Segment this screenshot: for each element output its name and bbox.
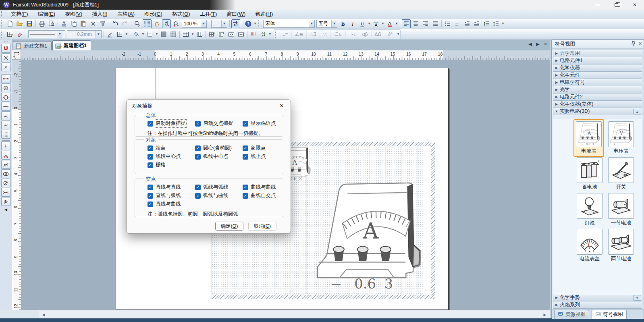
symbol-item-电压表[interactable]: V + − 电压表 [606, 120, 636, 156]
font-name-combo-dropdown-icon[interactable]: ▼ [309, 20, 314, 27]
grid-red-icon[interactable] [249, 30, 258, 39]
bold-icon[interactable]: B [339, 19, 347, 28]
ok-button[interactable]: 确定(O) [215, 222, 243, 231]
help-icon[interactable]: ? [244, 19, 253, 28]
line-width-combo[interactable]: 0.2mm▼ [67, 30, 102, 38]
arc-center-snap-icon[interactable] [1, 111, 11, 120]
circle-center-snap-icon[interactable] [1, 83, 11, 92]
underline-icon[interactable]: U [358, 19, 367, 28]
single-cell-3d-icon[interactable] [608, 193, 634, 219]
indent-increase-icon[interactable] [472, 19, 481, 28]
checkbox-checked-icon[interactable]: ✓ [195, 154, 201, 160]
arc-curve-intersection-icon[interactable] [1, 179, 11, 187]
double-cell-3d-icon[interactable] [608, 229, 634, 255]
symbol-category-电路元件2[interactable]: ▶电路元件2 [553, 93, 642, 101]
font-size-combo[interactable]: 五号▼ [316, 20, 337, 28]
align-top-icon[interactable] [145, 30, 154, 39]
line-spacing-icon[interactable] [492, 19, 501, 28]
document-tab-1[interactable]: 新建文档1 [13, 41, 52, 50]
checkbox-checked-icon[interactable]: ✓ [243, 193, 248, 199]
math-symbol-button[interactable]: ∈∪ [331, 31, 345, 37]
pan-hand-icon[interactable] [152, 19, 161, 28]
checkbox-线上点[interactable]: ✓线上点 [243, 153, 280, 160]
cancel-button[interactable]: 取消(C) [248, 222, 276, 231]
grid-snap-icon[interactable] [1, 130, 11, 139]
endpoint-snap-icon[interactable] [1, 74, 11, 83]
tab-scroll-right-icon[interactable]: ▶ [535, 42, 540, 47]
checkbox-启动对象捕捉[interactable]: ✓启动对象捕捉 [147, 120, 195, 127]
math-symbol-button[interactable]: ΔΩ [372, 31, 385, 37]
checkbox-直线与弧线[interactable]: ✓直线与弧线 [147, 192, 195, 199]
math-symbol-button[interactable]: ⇒↓ [346, 31, 359, 37]
magnifier-edit-icon[interactable] [133, 19, 142, 28]
curve-curve-intersection-icon[interactable] [1, 188, 11, 197]
checkbox-显示临近点[interactable]: ✓显示临近点 [243, 120, 280, 127]
symbol-category-电磁学符号[interactable]: ▶电磁学符号 [553, 79, 642, 86]
panel-tab-符号视图[interactable]: 符号视图 [592, 310, 627, 319]
zoom-level-combo-dropdown-icon[interactable]: ▼ [201, 20, 206, 27]
symbol-item-电流表盘[interactable]: 电流表盘 [574, 228, 605, 264]
font-name-combo[interactable]: 宋体▼ [263, 20, 315, 28]
ammeter-3d-icon[interactable]: A − 0.6 3 [576, 121, 602, 147]
close-panel-icon[interactable]: ✕ [638, 41, 642, 47]
menu-表格(A)[interactable]: 表格(A) [112, 10, 139, 18]
symbol-category-电路元件1[interactable]: ▶电路元件1 [553, 57, 642, 64]
checkbox-曲线与曲线[interactable]: ✓曲线与曲线 [243, 184, 280, 191]
scroll-right-icon[interactable]: ▶ [541, 311, 549, 318]
paste-icon[interactable] [79, 19, 88, 28]
close-button[interactable]: ✕ [625, 0, 644, 10]
math-symbol-button[interactable]: ∂° [385, 31, 397, 37]
checkbox-曲线自交点[interactable]: ✓曲线自交点 [243, 192, 280, 199]
math-symbol-button[interactable]: ±= [279, 31, 292, 37]
checkbox-圆心(含椭圆)[interactable]: ✓圆心(含椭圆) [195, 145, 243, 152]
symbol-category-光学[interactable]: ▶光学 [553, 86, 642, 93]
line-width-combo-dropdown-icon[interactable]: ▼ [96, 31, 101, 38]
menu-窗口(W)[interactable]: 窗口(W) [222, 10, 250, 18]
checkbox-直线与曲线[interactable]: ✓直线与曲线 [147, 201, 195, 208]
pattern-grid-icon[interactable] [169, 30, 178, 39]
checkbox-弧线与曲线[interactable]: ✓弧线与曲线 [195, 192, 243, 199]
sort-az-icon[interactable]: AZ [259, 30, 268, 39]
dashed-list-icon[interactable] [453, 19, 462, 28]
math-symbol-button[interactable]: ∵∶ [320, 31, 331, 37]
intersection-snap-icon[interactable] [1, 53, 11, 62]
style-combo[interactable]: ,▼ [211, 20, 227, 28]
align-right-icon[interactable] [421, 19, 430, 28]
zoom-level-combo[interactable]: 100 %▼ [182, 20, 207, 28]
delete-icon[interactable] [89, 19, 98, 28]
symbol-category-化学元件[interactable]: ▶化学元件 [553, 71, 642, 79]
restore-button[interactable] [607, 0, 625, 10]
symbol-category-力学常用[interactable]: ▶力学常用 [553, 50, 642, 57]
menu-图形(G)[interactable]: 图形(G) [139, 10, 167, 18]
checkbox-checked-icon[interactable]: ✓ [147, 185, 153, 190]
arc-arc-intersection-icon[interactable] [1, 169, 11, 178]
align-justify-icon[interactable] [431, 19, 440, 28]
line-style-combo-dropdown-icon[interactable]: ▼ [57, 31, 62, 38]
menu-文档(F)[interactable]: 文档(F) [6, 10, 33, 18]
borders-icon[interactable] [115, 30, 124, 39]
pattern-dense-icon[interactable] [159, 30, 168, 39]
insert-col-icon[interactable] [217, 30, 226, 39]
symbol-item-蓄电池[interactable]: +−蓄电池 [574, 156, 605, 192]
menu-插入(I)[interactable]: 插入(I) [87, 10, 112, 18]
align-left-icon[interactable] [402, 19, 411, 28]
cut-icon[interactable] [60, 19, 69, 28]
menu-视图(V)[interactable]: 视图(V) [60, 10, 87, 18]
checkbox-栅格[interactable]: ✓栅格 [147, 162, 195, 168]
ammeter-drawing[interactable]: A − 0.6 3 [314, 181, 423, 292]
line-arc-intersection-icon[interactable] [1, 151, 11, 160]
italic-icon[interactable]: I [348, 19, 357, 28]
checkbox-checked-icon[interactable]: ✓ [147, 121, 153, 127]
pin-icon[interactable] [631, 41, 636, 47]
checkbox-直线与直线[interactable]: ✓直线与直线 [147, 184, 195, 191]
symbol-category-火焰系列[interactable]: ▶火焰系列 [553, 301, 642, 309]
checkbox-checked-icon[interactable]: ✓ [195, 185, 201, 190]
scroll-up-icon[interactable]: ▲ [633, 109, 641, 114]
math-symbol-button[interactable]: ∴∃ [307, 31, 320, 37]
minimize-button[interactable]: — [588, 0, 607, 10]
symbol-item-两节电池[interactable]: 两节电池 [606, 228, 636, 264]
grid-toggle-icon[interactable] [143, 19, 152, 28]
checkbox-checked-icon[interactable]: ✓ [147, 202, 153, 207]
line-line-intersection-icon[interactable] [1, 141, 11, 150]
object-snap-magnet-icon[interactable] [1, 44, 11, 53]
